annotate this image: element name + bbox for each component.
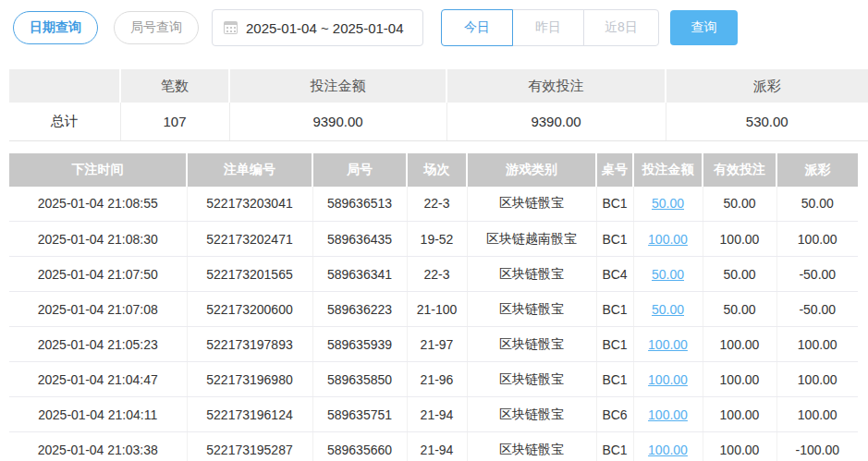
summary-header-blank (9, 69, 120, 103)
payout-cell: 50.00 (776, 187, 858, 222)
bet-amount-link[interactable]: 50.00 (652, 302, 684, 317)
table-row: 2025-01-04 21:04:47522173196980589635850… (9, 362, 858, 397)
order-id-cell: 522173195287 (187, 432, 312, 461)
header-bet-amount: 投注金额 (633, 153, 703, 187)
table-row: 2025-01-04 21:08:55522173203041589636513… (9, 187, 858, 222)
session-cell: 21-94 (407, 397, 467, 432)
game-type-cell: 区块链骰宝 (467, 257, 596, 292)
toolbar: 日期查询 局号查询 2025-01-04 ~ 2025-01-04 今日 昨日 … (0, 0, 868, 46)
round-id-cell: 589635939 (312, 327, 407, 362)
table-row: 2025-01-04 21:07:08522173200600589636223… (9, 292, 858, 327)
table-row: 2025-01-04 21:08:30522173202471589636435… (9, 222, 858, 257)
date-range-value: 2025-01-04 ~ 2025-01-04 (246, 20, 404, 36)
payout-cell: -100.00 (776, 432, 858, 461)
search-button[interactable]: 查询 (670, 10, 738, 45)
round-id-cell: 589635751 (312, 397, 407, 432)
game-type-cell: 区块链骰宝 (467, 187, 596, 222)
table-id-cell: BC1 (596, 432, 633, 461)
summary-header-count: 笔数 (120, 69, 229, 103)
session-cell: 19-52 (407, 222, 467, 257)
bet-amount-cell: 100.00 (633, 432, 703, 461)
table-id-cell: BC1 (596, 292, 633, 327)
table-id-cell: BC1 (596, 362, 633, 397)
bet-table: 下注时间 注单编号 局号 场次 游戏类别 桌号 投注金额 有效投注 派彩 202… (9, 153, 858, 461)
round-id-cell: 589635850 (312, 362, 407, 397)
table-row: 2025-01-04 21:03:38522173195287589635660… (9, 432, 858, 461)
order-id-cell: 522173196980 (187, 362, 312, 397)
header-game-type: 游戏类别 (467, 153, 596, 187)
today-button[interactable]: 今日 (441, 9, 513, 46)
bet-amount-link[interactable]: 100.00 (648, 443, 688, 457)
bet-amount-link[interactable]: 50.00 (652, 267, 684, 282)
bet-time-cell: 2025-01-04 21:04:11 (9, 397, 187, 432)
valid-bet-cell: 50.00 (703, 257, 776, 292)
summary-header-bet-amount: 投注金额 (229, 69, 446, 103)
bet-table-body: 2025-01-04 21:08:55522173203041589636513… (9, 187, 858, 461)
bet-amount-link[interactable]: 50.00 (652, 196, 684, 211)
round-id-cell: 589635660 (312, 432, 407, 461)
order-id-cell: 522173201565 (187, 257, 312, 292)
header-valid-bet: 有效投注 (703, 153, 776, 187)
round-id-cell: 589636435 (312, 222, 407, 257)
payout-cell: 100.00 (776, 397, 858, 432)
header-order-id: 注单编号 (187, 153, 312, 187)
bet-time-cell: 2025-01-04 21:08:55 (9, 187, 187, 222)
summary-header-valid-bet: 有效投注 (446, 69, 666, 103)
bet-amount-cell: 100.00 (633, 327, 703, 362)
order-id-cell: 522173197893 (187, 327, 312, 362)
table-id-cell: BC4 (596, 257, 633, 292)
summary-total-row: 总计 107 9390.00 9390.00 530.00 (9, 103, 868, 140)
bet-time-cell: 2025-01-04 21:05:23 (9, 327, 187, 362)
quick-range-group: 今日 昨日 近8日 (441, 9, 659, 46)
order-id-cell: 522173202471 (187, 222, 312, 257)
table-row: 2025-01-04 21:07:50522173201565589636341… (9, 257, 858, 292)
summary-table: 笔数 投注金额 有效投注 派彩 总计 107 9390.00 9390.00 5… (9, 69, 868, 141)
order-id-cell: 522173200600 (187, 292, 312, 327)
valid-bet-cell: 100.00 (703, 222, 776, 257)
valid-bet-cell: 50.00 (703, 187, 776, 222)
header-bet-time: 下注时间 (9, 153, 187, 187)
game-type-cell: 区块链骰宝 (467, 362, 596, 397)
valid-bet-cell: 100.00 (703, 432, 776, 461)
game-type-cell: 区块链骰宝 (467, 397, 596, 432)
game-type-cell: 区块链骰宝 (467, 432, 596, 461)
round-query-button[interactable]: 局号查询 (114, 11, 199, 44)
round-id-cell: 589636341 (312, 257, 407, 292)
session-cell: 21-100 (407, 292, 467, 327)
bet-amount-cell: 50.00 (633, 187, 703, 222)
bet-amount-cell: 100.00 (633, 397, 703, 432)
session-cell: 21-97 (407, 327, 467, 362)
game-type-cell: 区块链骰宝 (467, 292, 596, 327)
table-row: 2025-01-04 21:05:23522173197893589635939… (9, 327, 858, 362)
calendar-icon (224, 21, 238, 34)
table-id-cell: BC1 (596, 327, 633, 362)
header-payout: 派彩 (776, 153, 858, 187)
bet-time-cell: 2025-01-04 21:04:47 (9, 362, 187, 397)
date-range-input[interactable]: 2025-01-04 ~ 2025-01-04 (212, 9, 423, 46)
bet-amount-cell: 50.00 (633, 292, 703, 327)
session-cell: 22-3 (407, 187, 467, 222)
bet-time-cell: 2025-01-04 21:07:50 (9, 257, 187, 292)
session-cell: 21-94 (407, 432, 467, 461)
bet-amount-link[interactable]: 100.00 (648, 372, 688, 387)
order-id-cell: 522173203041 (187, 187, 312, 222)
header-table-id: 桌号 (596, 153, 633, 187)
table-id-cell: BC6 (596, 397, 633, 432)
header-round-id: 局号 (312, 153, 407, 187)
last8days-button[interactable]: 近8日 (583, 9, 659, 46)
date-query-button[interactable]: 日期查询 (13, 11, 98, 44)
bet-time-cell: 2025-01-04 21:03:38 (9, 432, 187, 461)
bet-amount-cell: 100.00 (633, 222, 703, 257)
bet-amount-link[interactable]: 100.00 (648, 407, 688, 422)
summary-header-row: 笔数 投注金额 有效投注 派彩 (9, 69, 868, 103)
payout-cell: -50.00 (776, 292, 858, 327)
bet-amount-link[interactable]: 100.00 (648, 232, 688, 247)
payout-cell: 100.00 (776, 222, 858, 257)
session-cell: 22-3 (407, 257, 467, 292)
game-type-cell: 区块链越南骰宝 (467, 222, 596, 257)
summary-total-label: 总计 (9, 103, 120, 140)
bet-table-header-row: 下注时间 注单编号 局号 场次 游戏类别 桌号 投注金额 有效投注 派彩 (9, 153, 858, 187)
bet-amount-link[interactable]: 100.00 (648, 337, 688, 352)
valid-bet-cell: 100.00 (703, 397, 776, 432)
yesterday-button[interactable]: 昨日 (512, 9, 584, 46)
